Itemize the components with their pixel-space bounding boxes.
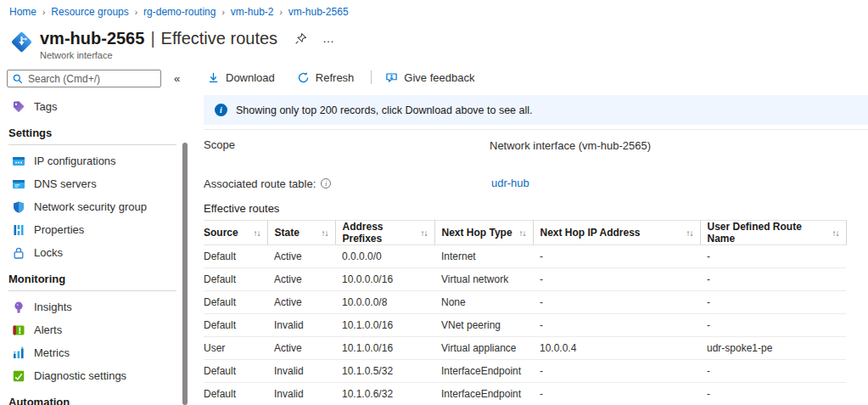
route-table-link[interactable]: udr-hub [491,177,529,189]
scope-value: Network interface (vm-hub-2565) [490,139,651,152]
table-row: DefaultInvalid10.1.0.5/32InterfaceEndpoi… [204,360,846,383]
main-content: Download Refresh Give feedback i [204,68,868,405]
lightbulb-icon [12,301,25,314]
route-table-row: Associated route table: i udr-hub [204,176,868,191]
sidebar-item-metrics[interactable]: Metrics [0,341,192,364]
sidebar-scrollbar[interactable] [182,143,188,405]
chevron-right-icon: › [221,8,224,17]
sidebar-item-ip-configurations[interactable]: IP configurations [0,149,192,172]
sidebar-item-insights[interactable]: Insights [0,295,192,318]
breadcrumb: Home › Resource groups › rg-demo-routing… [9,6,349,18]
scope-row: Scope Network interface (vm-hub-2565) [204,138,868,154]
collapse-sidebar-icon[interactable]: « [174,72,180,85]
table-row: DefaultActive0.0.0.0/0Internet-- [204,245,846,268]
refresh-button[interactable]: Refresh [294,70,358,86]
download-icon [207,71,220,84]
sidebar-item-tags[interactable]: Tags [0,95,192,118]
sidebar-item-properties[interactable]: Properties [0,218,192,241]
scope-label: Scope [204,138,235,151]
route-table-label: Associated route table: [204,177,316,190]
breadcrumb-nic[interactable]: vm-hub-2565 [288,6,349,18]
sidebar-item-label: Metrics [34,346,70,359]
search-input[interactable] [28,73,155,85]
shield-icon [12,200,25,214]
sidebar-search[interactable] [7,70,161,87]
table-row: DefaultActive10.0.0.0/8None-- [204,291,846,314]
pin-icon[interactable] [294,32,307,45]
sidebar-item-alerts[interactable]: Alerts [0,318,192,341]
refresh-label: Refresh [316,71,355,84]
alert-icon [12,323,25,337]
column-header-state[interactable]: State↑↓ [267,221,335,245]
page-subtitle-blade: Effective routes [161,28,277,48]
sort-icon: ↑↓ [322,228,328,238]
command-bar: Download Refresh Give feedback [204,68,868,87]
download-label: Download [226,71,275,84]
breadcrumb-resource-groups[interactable]: Resource groups [51,6,128,18]
sort-icon: ↑↓ [686,228,693,238]
column-header-udr-name[interactable]: User Defined Route Name↑↓ [700,221,846,245]
sidebar-item-label: Tags [34,100,57,113]
title-separator: | [150,28,154,48]
sidebar-item-label: DNS servers [34,177,97,190]
download-button[interactable]: Download [204,70,278,86]
sidebar-item-label: Properties [34,223,84,236]
section-title-automation: Automation [0,387,192,405]
give-feedback-button[interactable]: Give feedback [382,70,478,86]
section-title-settings: Settings [0,118,192,143]
sidebar-item-diagnostic-settings[interactable]: Diagnostic settings [0,364,192,387]
more-actions-icon[interactable]: … [322,28,335,48]
section-divider [8,144,176,145]
table-row: DefaultInvalid10.1.0.0/16VNet peering-- [204,314,846,337]
properties-icon [12,223,25,237]
section-title-monitoring: Monitoring [0,264,192,289]
chevron-right-icon: › [135,8,137,17]
toolbar-divider [371,70,372,84]
page-title: vm-hub-2565 [40,28,144,48]
sidebar-item-label: Alerts [34,323,62,336]
chevron-right-icon: › [42,8,45,17]
network-interface-icon [10,31,33,53]
section-divider [204,129,868,130]
breadcrumb-vm[interactable]: vm-hub-2 [231,6,274,18]
chevron-right-icon: › [280,8,283,17]
banner-text: Showing only top 200 records, click Down… [236,104,533,116]
table-row: DefaultActive10.0.0.0/16Virtual network-… [204,268,846,291]
column-header-next-hop-ip[interactable]: Next Hop IP Address↑↓ [533,221,700,245]
breadcrumb-resource-group[interactable]: rg-demo-routing [143,6,216,18]
table-row: UserActive10.1.0.0/16Virtual appliance10… [204,337,846,360]
column-header-next-hop-type[interactable]: Next Hop Type↑↓ [434,221,533,245]
sidebar-item-label: Insights [34,301,72,313]
sort-icon: ↑↓ [832,228,839,238]
info-icon: i [215,104,227,116]
sidebar-item-label: IP configurations [34,155,116,167]
sort-icon: ↑↓ [421,228,428,238]
sort-icon: ↑↓ [519,228,526,238]
dns-servers-icon [12,177,25,191]
tag-icon [12,100,25,114]
section-divider [8,290,176,291]
feedback-icon [385,71,398,84]
lock-icon [12,246,25,260]
resource-type-label: Network interface [40,50,335,60]
resource-menu-sidebar: « Tags Settings IP con [0,68,192,405]
sidebar-item-label: Diagnostic settings [34,369,126,382]
sidebar-item-label: Locks [34,246,63,259]
table-caption: Effective routes [204,202,868,215]
column-header-source[interactable]: Source↑↓ [204,221,267,245]
ip-configurations-icon [12,155,25,168]
sort-icon: ↑↓ [254,228,260,238]
bar-chart-icon [12,346,25,360]
search-icon [13,74,23,84]
breadcrumb-home[interactable]: Home [9,6,36,18]
sidebar-item-locks[interactable]: Locks [0,241,192,264]
table-row: DefaultInvalid10.1.0.6/32InterfaceEndpoi… [204,383,846,405]
sidebar-item-dns-servers[interactable]: DNS servers [0,172,192,195]
diagnostic-settings-icon [12,369,25,383]
page-header: vm-hub-2565 | Effective routes … Network… [10,28,335,60]
info-tooltip-icon[interactable]: i [321,178,331,188]
effective-routes-page: Home › Resource groups › rg-demo-routing… [0,0,868,405]
column-header-address-prefixes[interactable]: Address Prefixes↑↓ [335,221,434,245]
sidebar-item-network-security-group[interactable]: Network security group [0,195,192,218]
effective-routes-table: Source↑↓ State↑↓ Address Prefixes↑↓ Next… [204,220,847,405]
